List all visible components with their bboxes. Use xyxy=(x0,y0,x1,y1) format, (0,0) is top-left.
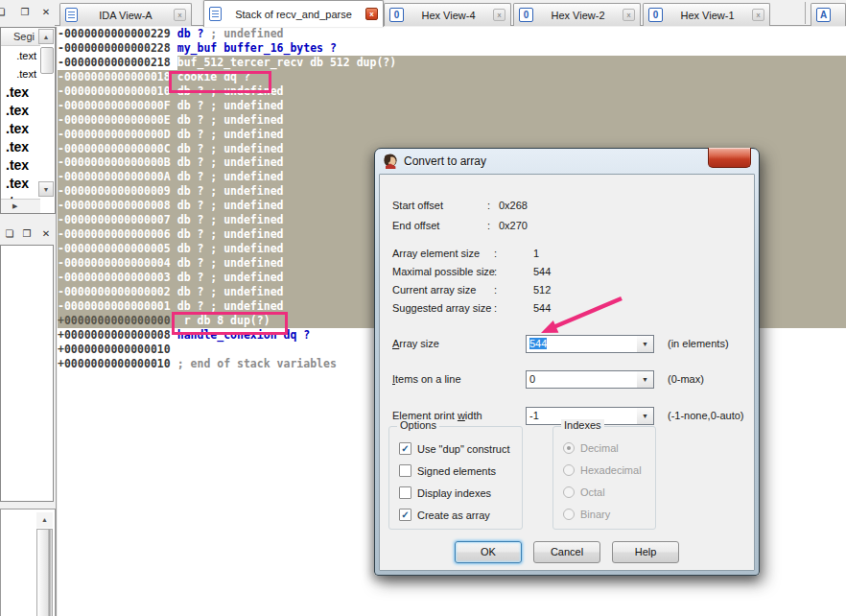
list-item[interactable]: .tex xyxy=(1,83,40,102)
indexes-groupbox: Indexes DecimalHexadecimalOctalBinary xyxy=(552,426,656,530)
tab-hex-view-4[interactable]: 0Hex View-4x xyxy=(384,3,511,26)
stack-line[interactable]: -000000000000000Fdb ? ; undefined xyxy=(58,99,846,113)
stack-address: -000000000000000F xyxy=(58,99,177,113)
vertical-scrollbar-thumb[interactable] xyxy=(40,47,54,74)
docked-panel-titlebar-2: ❏ ❐ ✕ xyxy=(0,222,55,243)
combo-dropdown-icon[interactable]: ▼ xyxy=(637,336,653,352)
selected-text: db ? ; undefined xyxy=(177,99,284,112)
checkbox-unchecked-icon[interactable] xyxy=(399,464,411,477)
checkbox-signed-elements[interactable]: Signed elements xyxy=(399,464,496,477)
list-item[interactable]: .tex xyxy=(1,175,40,193)
scroll-up-icon[interactable]: ▲ xyxy=(38,29,54,44)
combo-dropdown-icon[interactable]: ▼ xyxy=(637,371,653,388)
cancel-button[interactable]: Cancel xyxy=(533,541,600,563)
bottom-left-panel: ▲ xyxy=(0,509,56,616)
pin-icon[interactable]: ❏ xyxy=(2,226,17,241)
tab-ida-view-a[interactable]: IDA View-Ax xyxy=(59,3,192,26)
checkbox-use-dup-construct[interactable]: ✓Use "dup" construct xyxy=(399,442,509,455)
strings-view-icon: A xyxy=(816,8,831,22)
stack-line-content: my_buf buffer_16_bytes ? xyxy=(177,41,846,56)
stack-line-content: db ? ; undefined xyxy=(177,84,846,99)
tab-close-icon[interactable]: x xyxy=(623,9,635,21)
checkbox-display-indexes[interactable]: Display indexes xyxy=(399,486,491,499)
stack-line-content: buf_512_tercer_recv db 512 dup(?) xyxy=(177,56,846,70)
selected-text: db ? ; undefined xyxy=(177,213,284,226)
stack-address: -000000000000000B xyxy=(58,155,177,170)
combo-dropdown-icon[interactable]: ▼ xyxy=(637,408,653,424)
close-icon[interactable]: ✕ xyxy=(38,226,54,241)
checkbox-checked-icon[interactable]: ✓ xyxy=(399,442,411,455)
list-item[interactable]: .tex xyxy=(1,138,40,156)
pin-icon[interactable]: ❏ xyxy=(0,5,9,19)
stack-address: -000000000000000A xyxy=(58,170,177,184)
checkbox-checked-icon[interactable]: ✓ xyxy=(399,509,411,521)
stack-address: -0000000000000002 xyxy=(58,285,177,299)
tab-label: IDA View-A xyxy=(82,10,170,21)
indexes-group-title: Indexes xyxy=(561,419,604,431)
combo-value: 0 xyxy=(529,373,535,385)
radio-selected-icon xyxy=(563,442,575,454)
list-item[interactable]: .tex xyxy=(1,102,40,120)
checkbox-label: Use "dup" construct xyxy=(417,443,509,455)
scroll-down-icon[interactable]: ▼ xyxy=(38,181,54,197)
stack-address: -0000000000000005 xyxy=(58,242,177,256)
list-item[interactable]: .tex xyxy=(1,120,40,138)
stack-address: -0000000000000004 xyxy=(58,256,177,271)
stack-view-icon xyxy=(209,7,222,21)
info-row: Current array size:512 xyxy=(380,284,754,297)
stack-line[interactable]: -0000000000000229db ? ; undefined xyxy=(58,27,846,41)
close-icon[interactable]: ✕ xyxy=(38,5,54,19)
tab-strings[interactable]: A xyxy=(811,3,846,26)
tab-close-icon[interactable]: x xyxy=(365,8,378,20)
stack-line[interactable]: -0000000000000228my_buf buffer_16_bytes … xyxy=(58,41,846,56)
stack-address: -0000000000000006 xyxy=(58,227,177,242)
info-row: Start offset:0x268 xyxy=(380,200,754,213)
ok-button[interactable]: OK xyxy=(455,541,522,563)
selected-text: db ? ; undefined xyxy=(177,285,284,298)
stack-line[interactable]: -0000000000000218buf_512_tercer_recv db … xyxy=(58,56,846,70)
stack-address: +0000000000000008 xyxy=(58,328,177,343)
tab-close-icon[interactable]: x xyxy=(493,9,505,21)
checkbox-create-as-array[interactable]: ✓Create as array xyxy=(399,509,490,521)
restore-icon[interactable]: ❐ xyxy=(17,5,33,19)
combo-items-on-a-line[interactable]: 0▼ xyxy=(526,370,654,389)
scroll-right-icon[interactable]: ▶ xyxy=(12,202,17,209)
tab-close-icon[interactable]: x xyxy=(174,9,186,21)
info-separator: : xyxy=(494,284,497,296)
stack-address: +0000000000000000 xyxy=(58,314,177,328)
info-label: Maximal possible size xyxy=(392,266,495,277)
list-item[interactable]: .tex xyxy=(1,156,40,175)
vertical-scrollbar-thumb[interactable] xyxy=(36,529,53,616)
dialog-close-icon[interactable] xyxy=(708,148,751,168)
scroll-up-icon[interactable]: ▲ xyxy=(36,512,53,528)
stack-line[interactable]: -000000000000000Edb ? ; undefined xyxy=(58,113,846,128)
stack-address: -000000000000000D xyxy=(58,128,177,142)
selected-text: db ? ; undefined xyxy=(177,155,284,169)
checkbox-unchecked-icon[interactable] xyxy=(399,486,411,499)
ida-app-icon xyxy=(383,154,398,169)
tab-stack-of-recv-and-parse[interactable]: Stack of recv_and_parsex xyxy=(203,0,384,27)
stack-line[interactable]: -000000000000000Ddb ? ; undefined xyxy=(58,128,846,142)
tab-hex-view-2[interactable]: 0Hex View-2x xyxy=(513,3,641,26)
radio-icon xyxy=(563,464,575,476)
info-label: Suggested array size xyxy=(392,302,491,314)
radio-label: Hexadecimal xyxy=(580,464,642,476)
list-item[interactable]: .text xyxy=(1,65,40,83)
stack-address: +0000000000000010 xyxy=(58,357,177,371)
help-button[interactable]: Help xyxy=(612,541,679,563)
panel-splitter[interactable] xyxy=(56,27,57,616)
checkbox-label: Display indexes xyxy=(417,487,491,499)
segment-column-header[interactable]: Segi xyxy=(1,28,40,46)
tab-close-icon[interactable]: x xyxy=(752,9,764,21)
restore-icon[interactable]: ❐ xyxy=(19,226,35,241)
horizontal-scrollbar[interactable]: ▶ xyxy=(1,199,40,213)
tab-hex-view-1[interactable]: 0Hex View-1x xyxy=(643,3,770,26)
info-row: Suggested array size:544 xyxy=(380,302,754,316)
combo-array-size[interactable]: 544▼ xyxy=(526,335,654,353)
convert-to-array-dialog: Convert to array Start offset:0x268End o… xyxy=(374,148,760,576)
dialog-titlebar[interactable]: Convert to array xyxy=(379,149,755,174)
annotation-box-cookie xyxy=(169,71,271,93)
selected-text: db ? ; undefined xyxy=(177,170,284,183)
list-item[interactable]: .text xyxy=(1,47,40,65)
stack-address: +0000000000000010 xyxy=(58,343,177,357)
